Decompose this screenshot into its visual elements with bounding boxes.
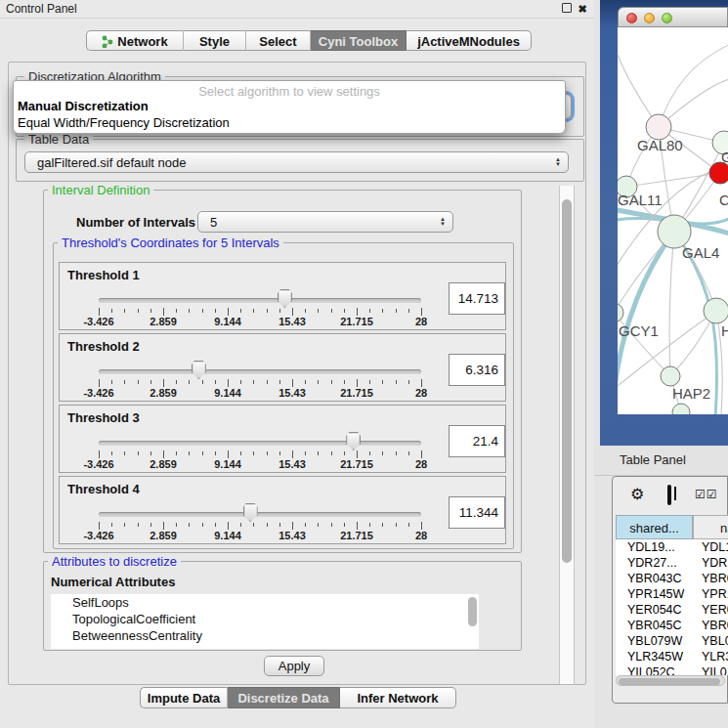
node-label-gcy1: GCY1: [619, 322, 659, 339]
stepper-arrows-icon: ▲▼: [440, 217, 446, 227]
list-item[interactable]: TopologicalCoefficient: [51, 611, 479, 627]
number-of-intervals-label: Number of Intervals: [76, 215, 195, 230]
table-row[interactable]: YBR045CYBR0: [616, 618, 728, 633]
zoom-window-icon[interactable]: [662, 13, 672, 23]
table-panel-title: Table Panel: [620, 452, 686, 467]
main-scrollbar[interactable]: [559, 186, 575, 684]
close-window-icon[interactable]: [626, 13, 637, 23]
apply-button[interactable]: Apply: [264, 656, 324, 676]
list-item[interactable]: BetweennessCentrality: [51, 627, 479, 644]
table-header-row: shared... na: [616, 515, 728, 539]
threshold-1-slider-track[interactable]: [99, 298, 421, 303]
node-label-gal4: GAL4: [682, 244, 719, 261]
gear-icon[interactable]: ⚙: [630, 485, 644, 503]
table-row[interactable]: YER054CYER0: [616, 602, 728, 618]
node-gcy1[interactable]: [618, 303, 623, 322]
tab-infer-network[interactable]: Infer Network: [340, 687, 456, 708]
table-row[interactable]: YDR27...YDR2: [616, 555, 728, 571]
control-panel: Control Panel ✖ Network Style Select Cyn…: [0, 0, 594, 728]
tab-cyni-toolbox[interactable]: Cyni Toolbox: [311, 30, 407, 51]
threshold-coordinates-title: Threshold's Coordinates for 5 Intervals: [58, 236, 283, 250]
threshold-3-value-field[interactable]: [449, 425, 505, 457]
numerical-attributes-list: SelfLoops TopologicalCoefficient Between…: [51, 594, 479, 649]
network-icon: [102, 35, 113, 48]
node-label-g-partial: G.: [721, 149, 728, 165]
stepper-arrows-icon: ▲▼: [555, 157, 561, 167]
table-hscrollbar-thumb[interactable]: [619, 678, 720, 685]
column-header-shared[interactable]: shared...: [616, 515, 693, 539]
threshold-1-panel: Threshold 1 -3.4262.8599.14415.4321.7152…: [59, 262, 506, 330]
control-panel-titlebar: Control Panel ✖: [0, 0, 594, 19]
node-label-hap2: HAP2: [672, 385, 710, 402]
tab-jactivemnodules[interactable]: jActiveMNodules: [407, 30, 532, 51]
numerical-attributes-label: Numerical Attributes: [51, 575, 175, 589]
table-data-title: Table Data: [24, 132, 93, 147]
column-layout-icon[interactable]: [667, 485, 671, 505]
float-panel-icon[interactable]: [561, 3, 573, 15]
number-of-intervals-combobox[interactable]: 5 ▲▼: [197, 211, 453, 233]
network-canvas[interactable]: GAL80 G. GAL11 C GAL4 GCY1 H HAP2: [618, 27, 728, 414]
threshold-2-slider-track[interactable]: [99, 369, 421, 374]
table-row[interactable]: YDL19...YDL1: [616, 539, 728, 555]
threshold-3-handle[interactable]: [346, 432, 361, 450]
threshold-1-value-field[interactable]: [449, 282, 505, 315]
list-item[interactable]: SelfLoops: [51, 594, 479, 611]
list-scrollbar-thumb[interactable]: [468, 597, 477, 626]
table-data-combobox[interactable]: galFiltered.sif default node ▲▼: [24, 151, 569, 173]
table-horizontal-scrollbar[interactable]: [616, 675, 725, 686]
tab-network[interactable]: Network: [86, 30, 184, 51]
column-header-name[interactable]: na: [693, 515, 728, 539]
threshold-4-handle[interactable]: [243, 503, 258, 522]
table-row[interactable]: YIL052CYIL0: [616, 664, 728, 675]
network-window-titlebar[interactable]: [618, 7, 728, 27]
table-panel-header: Table Panel: [594, 446, 728, 476]
threshold-4-value-field[interactable]: [449, 496, 505, 529]
threshold-2-handle[interactable]: [192, 361, 206, 379]
algorithm-popup-prompt: Select algorithm to view settings: [14, 84, 565, 99]
node-label-c-partial: C: [719, 192, 728, 208]
node-h-partial[interactable]: [704, 298, 728, 323]
select-columns-icon[interactable]: ☑☑: [695, 488, 718, 501]
minimize-window-icon[interactable]: [644, 13, 655, 23]
node-hap2[interactable]: [661, 366, 680, 386]
table-rows: YDL19...YDL1 YDR27...YDR2 YBR043CYBR0 YP…: [616, 539, 728, 675]
tab-impute-data[interactable]: Impute Data: [140, 687, 228, 708]
table-row[interactable]: YBR043CYBR0: [616, 571, 728, 586]
node-selected-red[interactable]: [709, 162, 728, 184]
close-panel-icon[interactable]: ✖: [577, 3, 588, 15]
tab-style[interactable]: Style: [184, 30, 246, 51]
table-row[interactable]: YLR345WYLR3: [616, 649, 728, 664]
algorithm-option-equal-width[interactable]: Equal Width/Frequency Discretization: [17, 115, 230, 130]
threshold-2-value-field[interactable]: [449, 354, 505, 386]
main-scrollbar-thumb[interactable]: [562, 199, 572, 563]
tab-discretize-data[interactable]: Discretize Data: [228, 687, 340, 708]
table-row[interactable]: YPR145WYPR1: [616, 586, 728, 602]
panel-title: Control Panel: [6, 2, 77, 16]
network-graph: [618, 27, 728, 414]
node-gal4[interactable]: [658, 215, 691, 248]
threshold-4-panel: Threshold 4 -3.4262.8599.14415.4321.7152…: [59, 476, 506, 544]
threshold-3-panel: Threshold 3 -3.4262.8599.14415.4321.7152…: [59, 405, 506, 473]
threshold-1-handle[interactable]: [278, 289, 292, 308]
node-label-gal11: GAL11: [618, 192, 663, 208]
threshold-4-slider-track[interactable]: [99, 512, 421, 517]
node-label-gal80: GAL80: [637, 137, 683, 153]
interval-definition-title: Interval Definition: [48, 183, 153, 197]
table-row[interactable]: YBL079WYBL0: [616, 633, 728, 649]
node-partial-bottom[interactable]: [672, 404, 690, 414]
algorithm-popup: Select algorithm to view settings Manual…: [13, 80, 566, 134]
node-label-h-partial: H: [721, 322, 728, 339]
threshold-3-slider-track[interactable]: [99, 441, 421, 446]
tab-select[interactable]: Select: [246, 30, 311, 51]
algorithm-option-manual[interactable]: Manual Discretization: [17, 99, 149, 113]
threshold-2-panel: Threshold 2 -3.4262.8599.14415.4321.7152…: [59, 333, 506, 402]
attributes-title: Attributes to discretize: [48, 554, 181, 569]
